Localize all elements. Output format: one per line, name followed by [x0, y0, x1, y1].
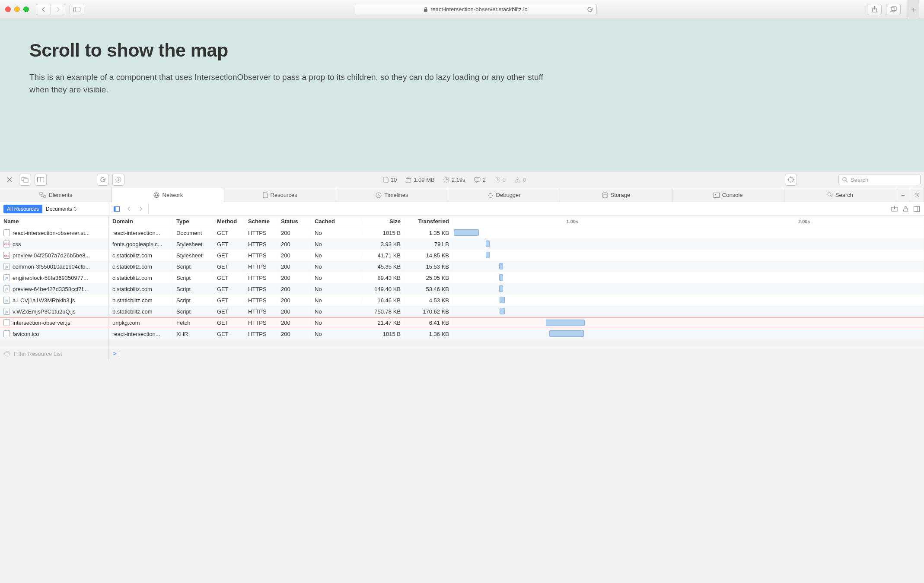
cell-scheme: HTTPS [245, 297, 277, 304]
address-bar[interactable]: react-intersection-observer.stackblitz.i… [355, 4, 597, 15]
header-cached[interactable]: Cached [311, 218, 362, 225]
info-count[interactable]: 0 [492, 177, 508, 183]
resource-row[interactable]: react-intersection...XHRGETHTTPS200No101… [109, 328, 924, 339]
tab-debugger[interactable]: Debugger [448, 188, 560, 202]
svg-rect-46 [914, 206, 920, 211]
har-import-button[interactable] [889, 204, 899, 214]
resource-row-name[interactable]: jspreview-64be427d3358ccf7f... [0, 283, 108, 295]
header-type[interactable]: Type [173, 218, 213, 225]
timelines-icon [376, 192, 382, 198]
header-scheme[interactable]: Scheme [245, 218, 277, 225]
tab-console[interactable]: Console [672, 188, 784, 202]
cell-type: Fetch [173, 320, 213, 326]
close-window-button[interactable] [5, 6, 11, 12]
file-type-icon [3, 229, 10, 236]
har-export-button[interactable] [901, 204, 910, 214]
prev-request-button[interactable] [124, 204, 134, 214]
resource-row-name[interactable]: csscss [0, 238, 108, 250]
resources-icon [263, 192, 268, 198]
svg-rect-39 [714, 193, 719, 197]
chat-icon [474, 177, 481, 183]
dropdown-arrows-icon [73, 206, 77, 211]
resource-row-name[interactable]: jsv.WZxEmjsP3C1tu2uQ.js [0, 306, 108, 317]
resource-row-name[interactable]: intersection-observer.js [0, 317, 108, 328]
resource-row-name[interactable]: favicon.ico [0, 328, 108, 339]
next-request-button[interactable] [136, 204, 146, 214]
tab-search[interactable]: Search [784, 188, 896, 202]
toggle-details-button[interactable] [912, 204, 921, 214]
cell-scheme: HTTPS [245, 308, 277, 315]
page-viewport: Scroll to show the map This is an exampl… [0, 19, 924, 171]
tab-timelines[interactable]: Timelines [336, 188, 448, 202]
header-transferred[interactable]: Transferred [405, 218, 453, 225]
tab-elements[interactable]: Elements [0, 188, 112, 202]
file-type-icon: css [3, 252, 10, 259]
zoom-window-button[interactable] [23, 6, 29, 12]
back-button[interactable] [36, 4, 51, 15]
cell-size: 45.35 KB [362, 263, 405, 270]
cell-size: 21.47 KB [362, 320, 405, 326]
resource-row-name[interactable]: jscommon-3f550010ac1b04cfb... [0, 261, 108, 272]
new-tab-button[interactable]: ＋ [908, 0, 919, 19]
file-type-icon: js [3, 263, 10, 270]
storage-icon [602, 192, 608, 198]
resource-row[interactable]: c.staticblitz.comScriptGETHTTPS200No45.3… [109, 261, 924, 272]
close-devtools-button[interactable] [3, 174, 16, 186]
refresh-devtools-button[interactable] [97, 174, 109, 186]
inspect-element-button[interactable] [785, 174, 797, 186]
reload-icon[interactable] [587, 6, 593, 13]
resource-row[interactable]: b.staticblitz.comScriptGETHTTPS200No16.4… [109, 295, 924, 306]
clock-icon [443, 177, 449, 183]
cell-status: 200 [277, 286, 311, 292]
network-filter-bar: All Resources Documents [0, 202, 924, 216]
warning-icon [514, 177, 521, 183]
cell-type: Script [173, 286, 213, 292]
forward-button[interactable] [51, 4, 65, 15]
header-name[interactable]: Name [0, 216, 108, 227]
cell-cached: No [311, 297, 362, 304]
tab-network[interactable]: Network [112, 188, 224, 202]
tab-storage[interactable]: Storage [560, 188, 672, 202]
filter-type-dropdown[interactable]: Documents [46, 206, 77, 212]
dock-layout-button[interactable] [35, 174, 47, 186]
warning-count[interactable]: 0 [512, 177, 529, 183]
resource-row-name[interactable]: jsa.LCVj1a1W3MRbkib3.js [0, 295, 108, 306]
resource-row[interactable]: react-intersection...DocumentGETHTTPS200… [109, 227, 924, 238]
resource-row-name[interactable]: csspreview-04f2507a7d26b5be8... [0, 250, 108, 261]
devtools-search-input[interactable]: Search [838, 174, 921, 185]
resource-row-name[interactable]: jsengineblock-58fa369350977... [0, 272, 108, 283]
resource-row-name[interactable]: react-intersection-observer.st... [0, 227, 108, 238]
svg-rect-44 [114, 206, 116, 211]
filter-all-resources[interactable]: All Resources [3, 205, 42, 213]
tabs-button[interactable] [886, 4, 901, 15]
gear-icon [914, 192, 920, 198]
header-size[interactable]: Size [362, 218, 405, 225]
resource-row[interactable]: b.staticblitz.comScriptGETHTTPS200No750.… [109, 306, 924, 317]
file-type-icon: js [3, 285, 10, 292]
cell-timeline [453, 250, 924, 261]
resource-row[interactable]: c.staticblitz.comStylesheetGETHTTPS200No… [109, 250, 924, 261]
toggle-navigation-button[interactable] [112, 204, 121, 214]
header-domain[interactable]: Domain [109, 218, 173, 225]
dock-side-button[interactable] [19, 174, 31, 186]
resource-row[interactable]: unpkg.comFetchGETHTTPS200No21.47 KB6.41 … [109, 317, 924, 328]
download-button[interactable] [112, 174, 124, 186]
minimize-window-button[interactable] [14, 6, 20, 12]
settings-button[interactable] [910, 188, 924, 202]
resource-row[interactable]: c.staticblitz.comScriptGETHTTPS200No89.4… [109, 272, 924, 283]
header-timeline[interactable]: 1.00s2.00s [453, 216, 924, 227]
cell-scheme: HTTPS [245, 331, 277, 337]
svg-rect-0 [74, 7, 80, 12]
header-method[interactable]: Method [213, 218, 245, 225]
tab-resources[interactable]: Resources [224, 188, 336, 202]
message-count[interactable]: 2 [472, 177, 488, 183]
resource-row[interactable]: c.staticblitz.comScriptGETHTTPS200No149.… [109, 283, 924, 295]
cell-scheme: HTTPS [245, 241, 277, 247]
share-button[interactable] [867, 4, 882, 15]
new-tab-devtools-button[interactable]: ＋ [896, 188, 910, 202]
resource-row[interactable]: fonts.googleapis.c...StylesheetGETHTTPS2… [109, 238, 924, 250]
header-status[interactable]: Status [277, 218, 311, 225]
sidebar-toggle-button[interactable] [70, 4, 84, 15]
console-prompt[interactable]: > [109, 351, 924, 357]
filter-resource-input[interactable]: Filter Resource List [0, 347, 109, 360]
